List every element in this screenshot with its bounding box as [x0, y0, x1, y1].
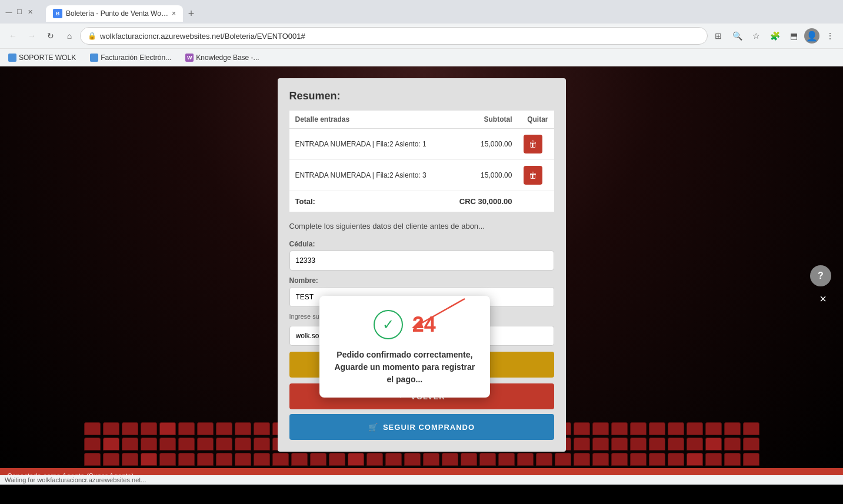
- seat: [216, 438, 232, 450]
- seat: [291, 453, 308, 466]
- extension-icon[interactable]: 🧩: [767, 28, 783, 44]
- seat: [687, 438, 703, 450]
- close-icon: ×: [819, 292, 827, 306]
- seat: [574, 422, 590, 435]
- table-row: ENTRADA NUMERADA | Fila:2 Asiento: 3 15,…: [289, 160, 554, 191]
- toolbar-icons: ⊞ 🔍 ☆ 🧩 ⬒ 👤 ⋮: [710, 28, 838, 44]
- browser-chrome: — ☐ ✕ B Boletería - Punto de Venta Wo… ×…: [0, 0, 843, 66]
- close-popup-button[interactable]: ×: [815, 291, 831, 308]
- seat: [611, 453, 628, 466]
- seat: [649, 422, 665, 435]
- cart-icon: 🛒: [368, 423, 378, 432]
- row1-delete-cell: 🗑: [518, 129, 554, 160]
- address-bar[interactable]: 🔒 wolkfacturacioncr.azurewebsites.net/Bo…: [80, 27, 708, 45]
- row2-detail: ENTRADA NUMERADA | Fila:2 Asiento: 3: [289, 160, 447, 191]
- home-button[interactable]: ⌂: [61, 28, 78, 44]
- seat: [705, 422, 722, 435]
- seat: [197, 438, 214, 450]
- seat: [159, 453, 176, 466]
- minimize-button[interactable]: —: [5, 8, 13, 16]
- seat: [272, 453, 289, 466]
- checkmark: ✓: [382, 316, 394, 333]
- profile-avatar[interactable]: 👤: [804, 28, 819, 44]
- seat: [442, 453, 458, 466]
- row1-delete-button[interactable]: 🗑: [524, 135, 542, 153]
- seat: [159, 438, 176, 450]
- seat: [479, 453, 496, 466]
- waiting-text: Waiting for wolkfacturacioncr.azurewebsi…: [5, 476, 146, 483]
- seat: [668, 453, 684, 466]
- nombre-label: Nombre:: [289, 276, 554, 285]
- seat: [122, 438, 138, 450]
- seat: [592, 422, 609, 435]
- url-text: wolkfacturacioncr.azurewebsites.net/Bole…: [100, 32, 700, 41]
- seat: [103, 453, 119, 466]
- seat: [310, 453, 326, 466]
- row2-delete-button[interactable]: 🗑: [524, 166, 542, 185]
- seat: [235, 438, 251, 450]
- seat: [197, 422, 214, 435]
- continue-shopping-button[interactable]: 🛒 SEGUIR COMPRANDO: [289, 414, 554, 440]
- seat: [423, 453, 439, 466]
- bookmark-soporte[interactable]: SOPORTE WOLK: [5, 52, 79, 63]
- bookmark-label-soporte: SOPORTE WOLK: [19, 54, 76, 62]
- seat: [84, 422, 101, 435]
- bookmark-favicon-facturacion: [90, 54, 98, 62]
- seat: [743, 438, 759, 450]
- continue-label: SEGUIR COMPRANDO: [383, 423, 475, 432]
- close-window-button[interactable]: ✕: [26, 8, 34, 16]
- bookmark-knowledge[interactable]: W Knowledge Base -...: [182, 52, 262, 63]
- help-button[interactable]: ?: [810, 265, 831, 286]
- total-empty: [518, 191, 554, 212]
- forward-button[interactable]: →: [24, 28, 40, 44]
- seat: [216, 422, 232, 435]
- zoom-icon[interactable]: 🔍: [729, 28, 745, 44]
- check-circle-icon: ✓: [374, 310, 403, 339]
- maximize-button[interactable]: ☐: [15, 8, 24, 16]
- bookmark-facturacion[interactable]: Facturación Electrón...: [86, 52, 175, 63]
- bookmark-favicon-soporte: [8, 54, 16, 62]
- seat: [555, 453, 571, 466]
- split-view-icon[interactable]: ⬒: [785, 28, 802, 44]
- seat: [574, 438, 590, 450]
- menu-icon[interactable]: ⋮: [822, 28, 838, 44]
- page-content: Resumen: Detalle entradas Subtotal Quita…: [0, 66, 843, 485]
- table-row: ENTRADA NUMERADA | Fila:2 Asiento: 1 15,…: [289, 129, 554, 160]
- seat: [178, 438, 195, 450]
- col-remove: Quitar: [518, 111, 554, 129]
- translate-icon[interactable]: ⊞: [710, 28, 727, 44]
- seat: [630, 422, 647, 435]
- seat: [498, 453, 515, 466]
- reload-button[interactable]: ↻: [42, 28, 59, 44]
- seat: [630, 438, 647, 450]
- seat: [197, 453, 214, 466]
- red-arrow-annotation: [400, 293, 471, 342]
- col-subtotal: Subtotal: [447, 111, 518, 129]
- row1-detail: ENTRADA NUMERADA | Fila:2 Asiento: 1: [289, 129, 447, 160]
- new-tab-button[interactable]: +: [183, 5, 199, 22]
- seat: [649, 438, 665, 450]
- svg-line-0: [418, 299, 465, 325]
- seat: [235, 453, 251, 466]
- seat: [348, 453, 364, 466]
- seat: [517, 453, 534, 466]
- seat: [84, 438, 101, 450]
- seat: [141, 422, 157, 435]
- seat: [743, 453, 759, 466]
- seat: [178, 422, 195, 435]
- section-title: Resumen:: [289, 90, 554, 102]
- seat: [592, 453, 609, 466]
- form-row-cedula: Cédula:: [289, 240, 554, 271]
- tab-close-button[interactable]: ×: [172, 9, 176, 18]
- seat: [592, 438, 609, 450]
- tab-title: Boletería - Punto de Venta Wo…: [66, 9, 168, 18]
- seat: [141, 453, 157, 466]
- bookmark-icon[interactable]: ☆: [748, 28, 764, 44]
- cedula-input[interactable]: [289, 251, 554, 271]
- back-button[interactable]: ←: [5, 28, 21, 44]
- active-tab[interactable]: B Boletería - Punto de Venta Wo… ×: [46, 5, 183, 22]
- bookmark-label-knowledge: Knowledge Base -...: [196, 54, 259, 62]
- seat: [724, 438, 741, 450]
- seat: [216, 453, 232, 466]
- seat: [141, 438, 157, 450]
